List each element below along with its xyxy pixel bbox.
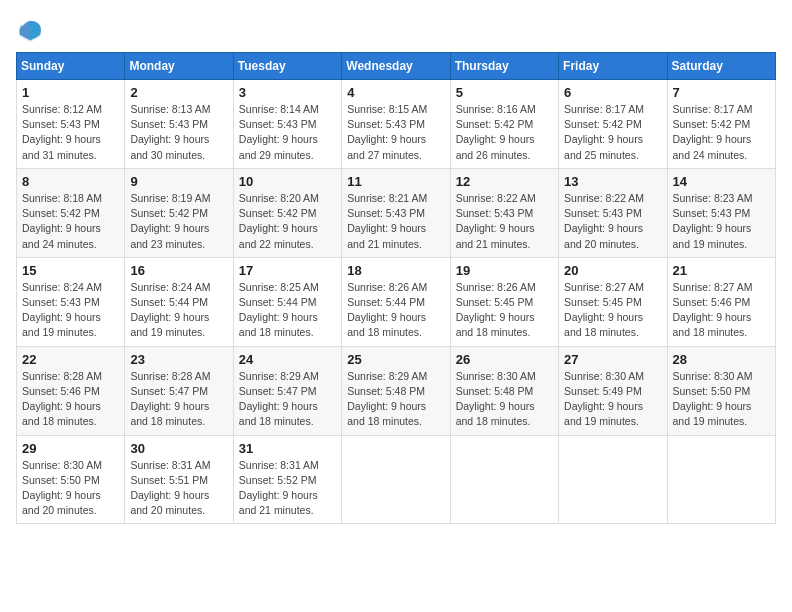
- week-row-3: 15Sunrise: 8:24 AMSunset: 5:43 PMDayligh…: [17, 257, 776, 346]
- day-number: 19: [456, 263, 553, 278]
- week-row-2: 8Sunrise: 8:18 AMSunset: 5:42 PMDaylight…: [17, 168, 776, 257]
- logo: [16, 16, 48, 44]
- day-number: 20: [564, 263, 661, 278]
- day-number: 16: [130, 263, 227, 278]
- day-cell-2: 2Sunrise: 8:13 AMSunset: 5:43 PMDaylight…: [125, 80, 233, 169]
- day-number: 2: [130, 85, 227, 100]
- day-cell-20: 20Sunrise: 8:27 AMSunset: 5:45 PMDayligh…: [559, 257, 667, 346]
- day-cell-27: 27Sunrise: 8:30 AMSunset: 5:49 PMDayligh…: [559, 346, 667, 435]
- day-cell-1: 1Sunrise: 8:12 AMSunset: 5:43 PMDaylight…: [17, 80, 125, 169]
- header-thursday: Thursday: [450, 53, 558, 80]
- day-detail: Sunrise: 8:25 AMSunset: 5:44 PMDaylight:…: [239, 281, 319, 339]
- empty-cell: [667, 435, 775, 524]
- day-cell-28: 28Sunrise: 8:30 AMSunset: 5:50 PMDayligh…: [667, 346, 775, 435]
- header-friday: Friday: [559, 53, 667, 80]
- day-number: 5: [456, 85, 553, 100]
- day-detail: Sunrise: 8:28 AMSunset: 5:46 PMDaylight:…: [22, 370, 102, 428]
- day-detail: Sunrise: 8:22 AMSunset: 5:43 PMDaylight:…: [564, 192, 644, 250]
- day-cell-13: 13Sunrise: 8:22 AMSunset: 5:43 PMDayligh…: [559, 168, 667, 257]
- day-cell-18: 18Sunrise: 8:26 AMSunset: 5:44 PMDayligh…: [342, 257, 450, 346]
- day-number: 26: [456, 352, 553, 367]
- day-cell-7: 7Sunrise: 8:17 AMSunset: 5:42 PMDaylight…: [667, 80, 775, 169]
- day-number: 6: [564, 85, 661, 100]
- day-detail: Sunrise: 8:30 AMSunset: 5:49 PMDaylight:…: [564, 370, 644, 428]
- day-detail: Sunrise: 8:26 AMSunset: 5:45 PMDaylight:…: [456, 281, 536, 339]
- day-number: 4: [347, 85, 444, 100]
- day-cell-10: 10Sunrise: 8:20 AMSunset: 5:42 PMDayligh…: [233, 168, 341, 257]
- day-detail: Sunrise: 8:15 AMSunset: 5:43 PMDaylight:…: [347, 103, 427, 161]
- day-detail: Sunrise: 8:21 AMSunset: 5:43 PMDaylight:…: [347, 192, 427, 250]
- day-cell-25: 25Sunrise: 8:29 AMSunset: 5:48 PMDayligh…: [342, 346, 450, 435]
- day-number: 23: [130, 352, 227, 367]
- day-number: 14: [673, 174, 770, 189]
- day-detail: Sunrise: 8:29 AMSunset: 5:47 PMDaylight:…: [239, 370, 319, 428]
- header-sunday: Sunday: [17, 53, 125, 80]
- day-number: 27: [564, 352, 661, 367]
- day-number: 21: [673, 263, 770, 278]
- day-cell-16: 16Sunrise: 8:24 AMSunset: 5:44 PMDayligh…: [125, 257, 233, 346]
- day-cell-19: 19Sunrise: 8:26 AMSunset: 5:45 PMDayligh…: [450, 257, 558, 346]
- day-number: 30: [130, 441, 227, 456]
- day-detail: Sunrise: 8:17 AMSunset: 5:42 PMDaylight:…: [564, 103, 644, 161]
- day-number: 9: [130, 174, 227, 189]
- day-cell-29: 29Sunrise: 8:30 AMSunset: 5:50 PMDayligh…: [17, 435, 125, 524]
- day-cell-4: 4Sunrise: 8:15 AMSunset: 5:43 PMDaylight…: [342, 80, 450, 169]
- day-cell-5: 5Sunrise: 8:16 AMSunset: 5:42 PMDaylight…: [450, 80, 558, 169]
- day-cell-21: 21Sunrise: 8:27 AMSunset: 5:46 PMDayligh…: [667, 257, 775, 346]
- day-number: 1: [22, 85, 119, 100]
- day-number: 3: [239, 85, 336, 100]
- empty-cell: [559, 435, 667, 524]
- header-row: SundayMondayTuesdayWednesdayThursdayFrid…: [17, 53, 776, 80]
- day-number: 8: [22, 174, 119, 189]
- day-number: 17: [239, 263, 336, 278]
- week-row-4: 22Sunrise: 8:28 AMSunset: 5:46 PMDayligh…: [17, 346, 776, 435]
- header-wednesday: Wednesday: [342, 53, 450, 80]
- day-cell-15: 15Sunrise: 8:24 AMSunset: 5:43 PMDayligh…: [17, 257, 125, 346]
- day-number: 15: [22, 263, 119, 278]
- day-detail: Sunrise: 8:24 AMSunset: 5:43 PMDaylight:…: [22, 281, 102, 339]
- day-detail: Sunrise: 8:28 AMSunset: 5:47 PMDaylight:…: [130, 370, 210, 428]
- day-detail: Sunrise: 8:19 AMSunset: 5:42 PMDaylight:…: [130, 192, 210, 250]
- day-cell-23: 23Sunrise: 8:28 AMSunset: 5:47 PMDayligh…: [125, 346, 233, 435]
- day-detail: Sunrise: 8:26 AMSunset: 5:44 PMDaylight:…: [347, 281, 427, 339]
- day-number: 7: [673, 85, 770, 100]
- header-tuesday: Tuesday: [233, 53, 341, 80]
- day-detail: Sunrise: 8:31 AMSunset: 5:52 PMDaylight:…: [239, 459, 319, 517]
- day-cell-14: 14Sunrise: 8:23 AMSunset: 5:43 PMDayligh…: [667, 168, 775, 257]
- day-number: 12: [456, 174, 553, 189]
- day-detail: Sunrise: 8:13 AMSunset: 5:43 PMDaylight:…: [130, 103, 210, 161]
- day-detail: Sunrise: 8:12 AMSunset: 5:43 PMDaylight:…: [22, 103, 102, 161]
- day-cell-12: 12Sunrise: 8:22 AMSunset: 5:43 PMDayligh…: [450, 168, 558, 257]
- day-detail: Sunrise: 8:16 AMSunset: 5:42 PMDaylight:…: [456, 103, 536, 161]
- day-number: 10: [239, 174, 336, 189]
- day-detail: Sunrise: 8:22 AMSunset: 5:43 PMDaylight:…: [456, 192, 536, 250]
- day-cell-6: 6Sunrise: 8:17 AMSunset: 5:42 PMDaylight…: [559, 80, 667, 169]
- day-number: 31: [239, 441, 336, 456]
- day-number: 24: [239, 352, 336, 367]
- day-cell-31: 31Sunrise: 8:31 AMSunset: 5:52 PMDayligh…: [233, 435, 341, 524]
- day-detail: Sunrise: 8:31 AMSunset: 5:51 PMDaylight:…: [130, 459, 210, 517]
- day-number: 18: [347, 263, 444, 278]
- logo-icon: [16, 16, 44, 44]
- day-detail: Sunrise: 8:30 AMSunset: 5:50 PMDaylight:…: [22, 459, 102, 517]
- empty-cell: [450, 435, 558, 524]
- header-saturday: Saturday: [667, 53, 775, 80]
- day-number: 28: [673, 352, 770, 367]
- day-number: 29: [22, 441, 119, 456]
- day-cell-26: 26Sunrise: 8:30 AMSunset: 5:48 PMDayligh…: [450, 346, 558, 435]
- day-detail: Sunrise: 8:24 AMSunset: 5:44 PMDaylight:…: [130, 281, 210, 339]
- day-detail: Sunrise: 8:23 AMSunset: 5:43 PMDaylight:…: [673, 192, 753, 250]
- day-cell-9: 9Sunrise: 8:19 AMSunset: 5:42 PMDaylight…: [125, 168, 233, 257]
- day-number: 25: [347, 352, 444, 367]
- calendar-table: SundayMondayTuesdayWednesdayThursdayFrid…: [16, 52, 776, 524]
- day-detail: Sunrise: 8:17 AMSunset: 5:42 PMDaylight:…: [673, 103, 753, 161]
- day-cell-30: 30Sunrise: 8:31 AMSunset: 5:51 PMDayligh…: [125, 435, 233, 524]
- day-cell-24: 24Sunrise: 8:29 AMSunset: 5:47 PMDayligh…: [233, 346, 341, 435]
- day-cell-22: 22Sunrise: 8:28 AMSunset: 5:46 PMDayligh…: [17, 346, 125, 435]
- day-detail: Sunrise: 8:27 AMSunset: 5:46 PMDaylight:…: [673, 281, 753, 339]
- day-detail: Sunrise: 8:27 AMSunset: 5:45 PMDaylight:…: [564, 281, 644, 339]
- day-cell-17: 17Sunrise: 8:25 AMSunset: 5:44 PMDayligh…: [233, 257, 341, 346]
- day-detail: Sunrise: 8:18 AMSunset: 5:42 PMDaylight:…: [22, 192, 102, 250]
- day-detail: Sunrise: 8:29 AMSunset: 5:48 PMDaylight:…: [347, 370, 427, 428]
- week-row-5: 29Sunrise: 8:30 AMSunset: 5:50 PMDayligh…: [17, 435, 776, 524]
